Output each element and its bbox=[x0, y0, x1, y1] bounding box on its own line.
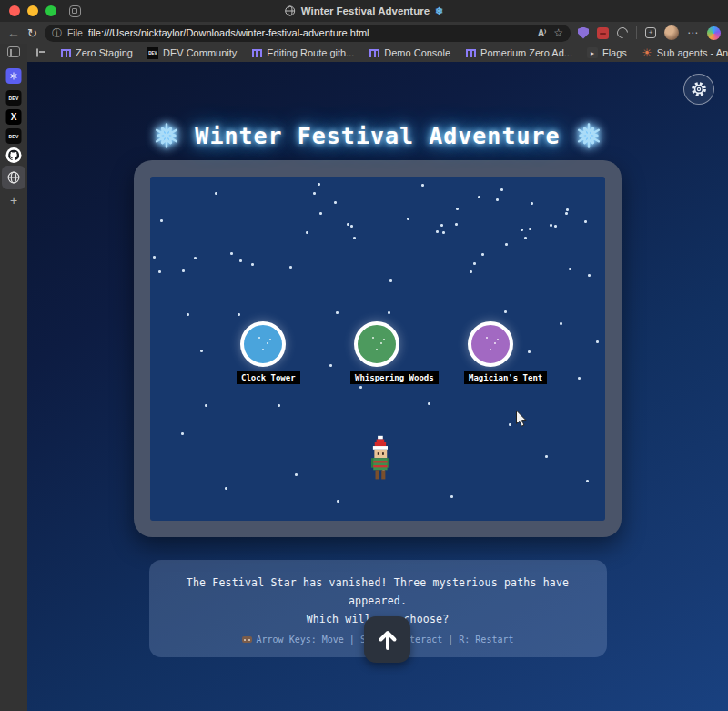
portal[interactable]: Clock Tower bbox=[237, 321, 289, 384]
bookmark-item[interactable]: DEV DEV Community bbox=[147, 47, 237, 58]
portal-circle[interactable] bbox=[240, 321, 286, 367]
globe-icon bbox=[285, 5, 296, 16]
pinned-tab-x[interactable]: X bbox=[6, 109, 22, 125]
url-text[interactable]: file:///Users/nicktaylor/Downloads/winte… bbox=[88, 27, 532, 38]
globe-icon bbox=[7, 171, 20, 184]
zoom-window-button[interactable] bbox=[46, 5, 56, 16]
browser-essentials-icon[interactable]: + bbox=[645, 27, 656, 38]
workspaces-icon[interactable] bbox=[69, 5, 81, 17]
portal[interactable]: Magician's Tent bbox=[464, 321, 517, 384]
browser-window: Winter Festival Adventure ❄ ← ↻ ⓘ File f… bbox=[0, 0, 728, 711]
close-window-button[interactable] bbox=[9, 5, 20, 16]
github-icon bbox=[6, 147, 22, 163]
gear-icon bbox=[690, 80, 708, 98]
flags-icon: ▸ bbox=[587, 47, 598, 58]
more-menu-icon[interactable]: ⋯ bbox=[687, 26, 699, 39]
toolbar-extensions: + ⋯ bbox=[578, 25, 721, 40]
reload-button[interactable]: ↻ bbox=[27, 27, 37, 39]
toolbar-divider bbox=[636, 26, 637, 39]
snowflake-emoji: ❄ bbox=[435, 5, 443, 17]
pinned-tab-dev[interactable]: DEV bbox=[6, 90, 22, 106]
bookmark-item[interactable]: ▸ Flags bbox=[587, 47, 627, 58]
starburst-icon: ☀ bbox=[642, 46, 652, 59]
address-bar[interactable]: ⓘ File file:///Users/nicktaylor/Download… bbox=[45, 25, 571, 42]
game-frame: Clock Tower Whispering Woods Magician's … bbox=[134, 160, 622, 537]
player-elf-sprite bbox=[366, 435, 393, 486]
bookmarks-bar: Zero Staging DEV DEV Community Editing R… bbox=[27, 44, 728, 62]
page-title: Winter Festival Adventure bbox=[27, 122, 728, 149]
site-info-icon[interactable]: ⓘ bbox=[52, 26, 62, 40]
dev-icon: DEV bbox=[6, 90, 22, 106]
minimize-window-button[interactable] bbox=[27, 5, 38, 16]
url-scheme-label: File bbox=[67, 27, 83, 38]
x-logo-icon: X bbox=[6, 109, 22, 125]
pinned-tab-winter-app[interactable] bbox=[6, 68, 22, 84]
settings-button[interactable] bbox=[683, 74, 714, 105]
pomerium-icon bbox=[61, 49, 71, 57]
new-tab-button[interactable]: + bbox=[10, 193, 17, 208]
collections-icon[interactable] bbox=[615, 25, 631, 41]
bookmark-item[interactable]: Demo Console bbox=[369, 47, 450, 58]
bookmark-item[interactable]: ☀ Sub agents - Anth... bbox=[642, 47, 728, 58]
up-arrow-button[interactable] bbox=[364, 616, 410, 663]
portal[interactable]: Whispering Woods bbox=[350, 321, 403, 384]
dev-icon: DEV bbox=[6, 128, 22, 144]
address-bar-actions: A⦆ ☆ bbox=[538, 26, 563, 39]
copilot-icon[interactable] bbox=[707, 26, 721, 40]
sidebar-toggle-icon[interactable] bbox=[7, 46, 20, 57]
game-canvas[interactable]: Clock Tower Whispering Woods Magician's … bbox=[150, 177, 605, 521]
profile-avatar[interactable] bbox=[664, 25, 679, 40]
portal-circle[interactable] bbox=[468, 321, 513, 367]
favorite-star-icon[interactable]: ☆ bbox=[553, 26, 563, 39]
pomerium-icon bbox=[252, 49, 262, 57]
pomerium-icon bbox=[369, 49, 379, 57]
bookmark-item[interactable]: Zero Staging bbox=[60, 47, 133, 58]
snowflake-favicon-icon bbox=[6, 68, 22, 84]
browser-toolbar: ← ↻ ⓘ File file:///Users/nicktaylor/Down… bbox=[0, 22, 728, 44]
window-title-text: Winter Festival Adventure bbox=[301, 5, 430, 16]
adblock-extension-icon[interactable] bbox=[597, 27, 609, 39]
snowflake-icon bbox=[153, 122, 180, 149]
bookmark-item[interactable]: Editing Route gith... bbox=[251, 47, 354, 58]
portal-label: Clock Tower bbox=[237, 371, 300, 384]
portal-circle[interactable] bbox=[354, 321, 399, 367]
back-button[interactable]: ← bbox=[7, 26, 20, 39]
read-aloud-icon[interactable]: A⦆ bbox=[538, 27, 547, 38]
pinned-tab-github[interactable] bbox=[6, 147, 22, 163]
shield-extension-icon[interactable] bbox=[578, 27, 589, 39]
pinned-tab-dev-2[interactable]: DEV bbox=[6, 128, 22, 144]
tab-preview-icon[interactable] bbox=[36, 48, 38, 57]
pomerium-icon bbox=[466, 49, 476, 57]
dev-icon: DEV bbox=[147, 47, 158, 59]
snowflake-icon bbox=[575, 122, 602, 149]
up-arrow-icon bbox=[376, 628, 399, 652]
page-title-text: Winter Festival Adventure bbox=[195, 123, 560, 149]
gamepad-icon bbox=[242, 636, 252, 643]
traffic-lights bbox=[9, 5, 56, 16]
window-title: Winter Festival Adventure ❄ bbox=[285, 0, 444, 22]
vertical-tabs-sidebar: DEV X DEV bbox=[0, 44, 27, 711]
message-line-1: The Festival Star has vanished! Three my… bbox=[160, 574, 596, 610]
portal-label: Whispering Woods bbox=[350, 371, 439, 384]
titlebar: Winter Festival Adventure ❄ bbox=[0, 0, 728, 22]
bookmark-item[interactable]: Pomerium Zero Ad... bbox=[465, 47, 572, 58]
game-page: Winter Festival Adventure bbox=[27, 62, 728, 711]
active-tab-current-page[interactable] bbox=[2, 166, 25, 189]
portal-label: Magician's Tent bbox=[464, 371, 547, 384]
